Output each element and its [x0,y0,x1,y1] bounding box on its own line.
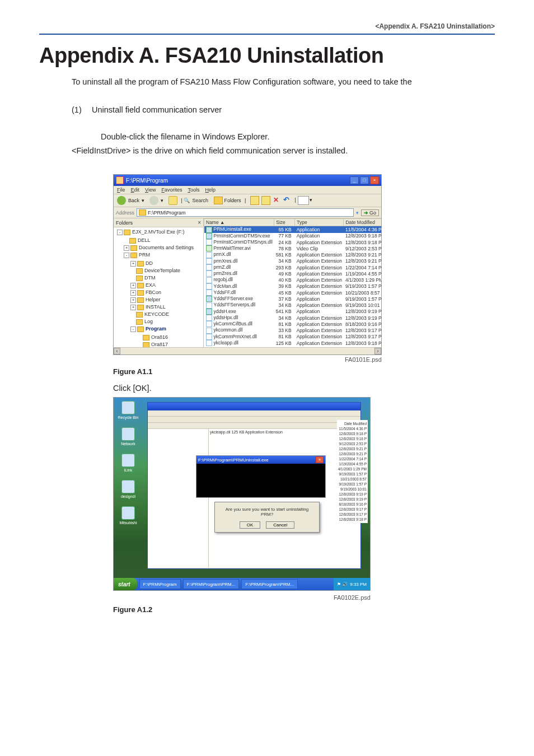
delete-icon[interactable]: ✕ [273,197,281,204]
back-button[interactable] [117,196,126,205]
folder-icon [139,209,146,216]
file-row[interactable]: YddsFFServerps.dll 34 KBApplication Exte… [204,302,382,308]
copy-to-icon[interactable] [261,196,270,205]
file-row[interactable]: PRMUninstall.exe 65 KBApplication11/5/20… [204,226,382,233]
file-row[interactable]: ykCommPrmXnet.dll 81 KBApplication Exten… [204,334,382,340]
move-to-icon[interactable] [250,196,259,205]
dialog-message: Are you sure you want to start uninstall… [219,507,315,517]
h-scrollbar[interactable]: ‹ › [114,347,381,354]
file-row[interactable]: PrmInstCommDTMSrv.exe 77 KBApplication12… [204,233,382,239]
file-row[interactable]: yddsHpx.dll 34 KBApplication Extension12… [204,315,382,321]
dll-icon [206,258,212,264]
folder-icon [137,290,144,296]
tree-node[interactable]: +FBCon [130,289,203,296]
close-button[interactable]: × [370,176,379,184]
close-folders-icon[interactable]: × [198,220,201,226]
address-bar[interactable]: Address F:\PRM\Program ▾ ➔Go [114,207,381,218]
page-header: <Appendix A. FSA210 Uninstallation> [39,22,495,34]
tree-node[interactable]: +Documents and Settings [124,244,203,251]
ok-button[interactable]: OK [240,521,261,529]
desktop-icon[interactable]: Network [117,427,139,446]
go-button[interactable]: ➔Go [361,209,379,216]
dll-icon [206,264,212,270]
file-row[interactable]: YddsFFServer.exe 37 KBApplication9/19/20… [204,296,382,302]
column-header[interactable]: Date Modified [344,219,381,226]
taskbar-item[interactable]: F:\PRM\Program [139,579,181,589]
exe-icon [206,309,212,315]
desktop-icon[interactable]: Recycle Bin [117,401,139,419]
views-icon[interactable] [298,196,309,205]
menu-tools[interactable]: Tools [188,187,199,193]
tree-node[interactable]: -PRM+DDDeviceTemplateDTM+EXA+FBCon+Helpe… [124,251,203,347]
tree-node[interactable]: Ora816 [137,334,203,341]
system-tray[interactable]: ⚑ 🔊 9:33 PM [334,578,370,590]
start-button[interactable]: start [114,578,137,590]
desktop-icon[interactable]: designdl [117,480,139,498]
tree-node[interactable]: KEYCODE [130,311,203,318]
menu-file[interactable]: File [117,187,125,193]
up-button[interactable] [168,196,177,205]
address-input[interactable]: F:\PRM\Program [137,208,354,217]
folders-button[interactable]: Folders [214,197,241,204]
desktop-icons[interactable]: Recycle BinNetworkiLinkdesigndlMitsubish… [117,401,139,525]
menu-view[interactable]: View [145,187,156,193]
menu-favorites[interactable]: Favorites [161,187,182,193]
tree-node[interactable]: +EXA [130,282,203,289]
column-header[interactable]: Size [274,219,295,226]
console-close-icon[interactable]: × [316,456,324,463]
tree-node[interactable]: Ora817 [137,341,203,347]
file-row[interactable]: prmXres.dll 34 KBApplication Extension12… [204,258,382,264]
desktop-icon[interactable]: Mitsubishi [117,506,139,525]
menu-help[interactable]: Help [205,187,216,193]
dropdown-icon[interactable]: ▾ [356,210,359,216]
figure-a1-2-label: Figure A1.2 [113,605,495,614]
file-row[interactable]: PrmWaitTimer.avi 78 KBVideo Clip9/12/200… [204,245,382,251]
tree-node[interactable]: -EJX_2.MVTool Exe (F:)DELL+Documents and… [117,228,203,347]
forward-button[interactable] [149,196,158,205]
file-row[interactable]: ykcleapp.dll 125 KBApplication Extension… [204,340,382,346]
file-row[interactable]: prmZres.dll 49 KBApplication Extension1/… [204,270,382,277]
tree-node[interactable]: Log [130,318,203,325]
toolbar[interactable]: Back ▾ ▾ | 🔍 Search Folders | ✕ ↶ | ▾ [114,194,381,207]
file-row[interactable]: prmZ.dll 293 KBApplication Extension1/22… [204,264,382,270]
toolbar-extra[interactable]: ✕ ↶ | ▾ [250,196,312,205]
confirm-dialog: Are you sure you want to start uninstall… [214,502,320,533]
file-row[interactable]: PrmInstCommDTMSrvps.dll 24 KBApplication… [204,239,382,245]
scroll-left-icon[interactable]: ‹ [114,348,120,354]
file-row[interactable]: yddsH.exe 541 KBApplication12/8/2003 9:1… [204,309,382,315]
folder-icon [137,297,144,303]
maximize-button[interactable]: □ [360,176,369,184]
column-header[interactable]: Name ▲ [204,219,274,226]
file-list[interactable]: Name ▲SizeTypeDate Modified PRMUninstall… [204,218,381,347]
cancel-button[interactable]: Cancel [266,521,294,529]
file-row[interactable]: YdcMan.dll 39 KBApplication Extension9/1… [204,283,382,290]
tray-icons[interactable]: ⚑ 🔊 [337,582,348,587]
tree-node[interactable]: DeviceTemplate [130,267,203,274]
minimize-button[interactable]: _ [350,176,359,184]
undo-icon[interactable]: ↶ [283,197,291,204]
folders-pane[interactable]: Folders × -EJX_2.MVTool Exe (F:)DELL+Doc… [114,218,204,347]
file-row[interactable]: prmX.dll 581 KBApplication Extension12/8… [204,251,382,258]
menu-bar[interactable]: FileEditViewFavoritesToolsHelp [114,186,381,194]
tree-node[interactable]: DTM [130,274,203,282]
folder-icon [137,305,144,310]
search-button[interactable]: Search [192,198,208,203]
menu-edit[interactable]: Edit [131,187,140,193]
file-row[interactable]: ykCommCifBus.dll 81 KBApplication Extens… [204,321,382,327]
taskbar[interactable]: start F:\PRM\ProgramF:\PRM\Program\PRM..… [114,578,370,590]
folder-icon [124,230,130,235]
tree-node[interactable]: +INSTALL [130,304,203,311]
file-row[interactable]: regobj.dll 40 KBApplication Extension4/1… [204,277,382,283]
tree-node[interactable]: DELL [124,237,203,244]
file-row[interactable]: YddsFF.dll 45 KBApplication Extension10/… [204,290,382,296]
window-titlebar[interactable]: F:\PRM\Program _ □ × [114,175,381,186]
tree-node[interactable]: +Helper [130,296,203,304]
taskbar-item[interactable]: F:\PRM\Program\PRM... [241,579,298,589]
tree-node[interactable]: +DD [130,260,203,267]
column-header[interactable]: Type [295,219,344,226]
scroll-right-icon[interactable]: › [374,348,381,354]
tree-node[interactable]: -ProgramOra816Ora817Ora920 [130,325,203,347]
file-row[interactable]: ykcommon.dll 33 KBApplication Extension1… [204,327,382,333]
desktop-icon[interactable]: iLink [117,454,139,472]
taskbar-item[interactable]: F:\PRM\Program\PRM... [183,579,240,589]
